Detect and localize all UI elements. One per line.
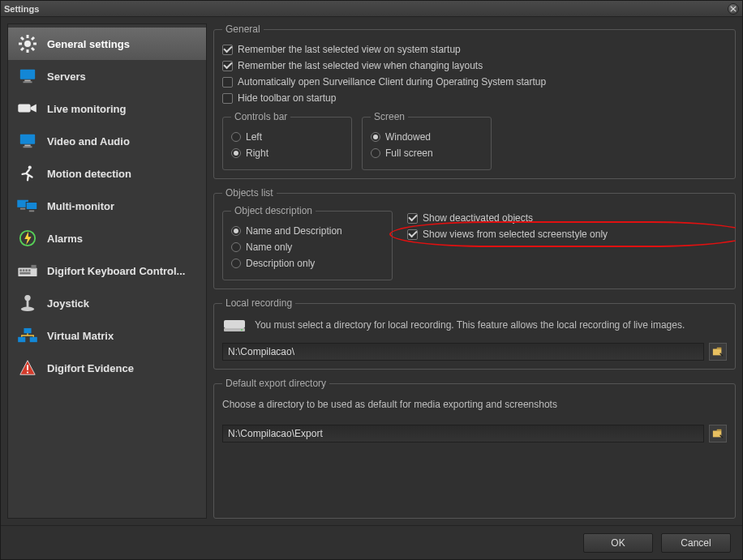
svg-rect-19: [26, 202, 37, 209]
checkbox[interactable]: [222, 93, 233, 104]
running-person-icon: [16, 164, 39, 183]
svg-rect-35: [18, 337, 25, 342]
check-label: Hide toolbar on startup: [238, 92, 336, 104]
local-recording-info: You must select a directory for local re…: [255, 319, 685, 331]
svg-marker-13: [31, 105, 37, 113]
svg-rect-40: [224, 320, 245, 328]
svg-line-8: [21, 48, 24, 50]
group-screen: Screen Windowed Full screen: [362, 111, 492, 170]
settings-window: Settings General settings Servers: [0, 0, 743, 560]
bolt-icon: [16, 229, 39, 248]
check-label: Remember the last selected view on syste…: [238, 44, 461, 55]
window-body: General settings Servers Live monitoring…: [1, 17, 742, 525]
checkbox[interactable]: [407, 213, 418, 224]
svg-rect-11: [24, 81, 32, 83]
group-object-description-legend: Object description: [231, 205, 316, 216]
radio[interactable]: [231, 242, 241, 252]
radio-name-only-row[interactable]: Name only: [231, 239, 384, 255]
svg-marker-44: [713, 348, 722, 349]
check-auto-open-client-row[interactable]: Automatically open Surveillance Client d…: [222, 74, 727, 90]
sidebar-item-keyboard-controller[interactable]: Digifort Keyboard Control...: [8, 254, 206, 287]
sidebar-item-label: Joystick: [47, 297, 89, 310]
radio[interactable]: [231, 148, 241, 158]
radio-label: Windowed: [385, 131, 431, 143]
sidebar-item-multi-monitor[interactable]: Multi-monitor: [8, 190, 206, 222]
sidebar-item-general[interactable]: General settings: [8, 28, 206, 60]
group-object-description: Object description Name and Description …: [222, 205, 393, 280]
group-screen-legend: Screen: [371, 111, 408, 122]
ok-button[interactable]: OK: [583, 533, 653, 553]
sidebar-item-joystick[interactable]: Joystick: [8, 287, 206, 319]
sidebar-item-virtual-matrix[interactable]: Virtual Matrix: [8, 319, 206, 352]
folder-browse-icon: [712, 346, 724, 357]
svg-rect-26: [23, 269, 25, 271]
radio[interactable]: [231, 259, 241, 268]
cancel-button[interactable]: Cancel: [661, 533, 731, 553]
sidebar-item-live-monitoring[interactable]: Live monitoring: [8, 92, 206, 125]
svg-rect-43: [713, 349, 722, 356]
content-panel: General Remember the last selected view …: [213, 24, 736, 519]
titlebar: Settings: [1, 1, 742, 17]
svg-rect-21: [29, 210, 34, 212]
svg-rect-15: [24, 145, 30, 147]
sidebar-item-label: General settings: [47, 38, 130, 50]
check-show-deactivated-row[interactable]: Show deactivated objects: [407, 210, 727, 226]
svg-rect-10: [24, 80, 30, 82]
svg-rect-45: [713, 431, 722, 438]
radio[interactable]: [231, 132, 241, 142]
gear-icon: [16, 34, 39, 53]
local-recording-path-input[interactable]: [222, 343, 704, 361]
svg-rect-38: [27, 365, 28, 370]
radio-label: Name and Description: [246, 225, 342, 237]
svg-line-7: [32, 37, 34, 40]
sidebar-item-motion-detection[interactable]: Motion detection: [8, 157, 206, 190]
radio[interactable]: [371, 148, 380, 158]
sidebar-item-label: Servers: [47, 71, 86, 83]
check-remember-startup-row[interactable]: Remember the last selected view on syste…: [222, 41, 727, 58]
folder-browse-icon: [712, 428, 724, 439]
radio[interactable]: [231, 226, 241, 236]
browse-local-recording-button[interactable]: [709, 343, 727, 361]
svg-rect-9: [20, 70, 35, 79]
radio-controls-right-row[interactable]: Right: [231, 145, 343, 161]
svg-point-0: [24, 41, 31, 47]
group-objects-legend: Objects list: [222, 187, 277, 199]
sidebar-item-label: Alarms: [47, 233, 83, 245]
checkbox[interactable]: [222, 45, 233, 55]
multi-monitor-icon: [16, 196, 39, 216]
sidebar-item-alarms[interactable]: Alarms: [8, 222, 206, 254]
svg-rect-27: [25, 269, 28, 271]
svg-line-6: [32, 48, 34, 50]
check-hide-toolbar-row[interactable]: Hide toolbar on startup: [222, 90, 727, 106]
sidebar-item-servers[interactable]: Servers: [8, 60, 206, 92]
checkbox[interactable]: [407, 229, 418, 240]
sidebar-item-label: Motion detection: [47, 168, 131, 180]
checkbox[interactable]: [222, 77, 233, 88]
browse-export-button[interactable]: [709, 425, 727, 442]
radio-desc-only-row[interactable]: Description only: [231, 255, 384, 271]
camera-icon: [16, 99, 39, 118]
checkbox[interactable]: [222, 61, 233, 71]
footer: OK Cancel: [1, 525, 742, 559]
group-controls-bar-legend: Controls bar: [231, 111, 290, 122]
warning-triangle-icon: [16, 358, 39, 378]
group-objects-list: Objects list Object description Name and…: [213, 187, 736, 289]
sidebar-item-video-audio[interactable]: Video and Audio: [8, 125, 206, 157]
export-path-input[interactable]: [222, 425, 704, 442]
close-button[interactable]: [728, 3, 739, 15]
svg-rect-16: [24, 146, 32, 147]
radio-screen-fullscreen-row[interactable]: Full screen: [371, 145, 483, 161]
group-default-export: Default export directory Choose a direct…: [213, 378, 736, 519]
radio-controls-left-row[interactable]: Left: [231, 129, 343, 145]
sidebar-item-evidence[interactable]: Digifort Evidence: [8, 352, 206, 384]
svg-point-33: [24, 295, 30, 301]
radio-label: Full screen: [385, 147, 433, 159]
cancel-button-label: Cancel: [681, 537, 711, 549]
sidebar-item-label: Video and Audio: [47, 135, 130, 147]
check-show-views-style-row[interactable]: Show views from selected screenstyle onl…: [407, 226, 727, 242]
radio-name-and-desc-row[interactable]: Name and Description: [231, 223, 384, 239]
check-remember-layouts-row[interactable]: Remember the last selected view when cha…: [222, 58, 727, 74]
svg-rect-24: [18, 267, 37, 276]
radio[interactable]: [371, 132, 380, 142]
radio-screen-windowed-row[interactable]: Windowed: [371, 129, 483, 145]
